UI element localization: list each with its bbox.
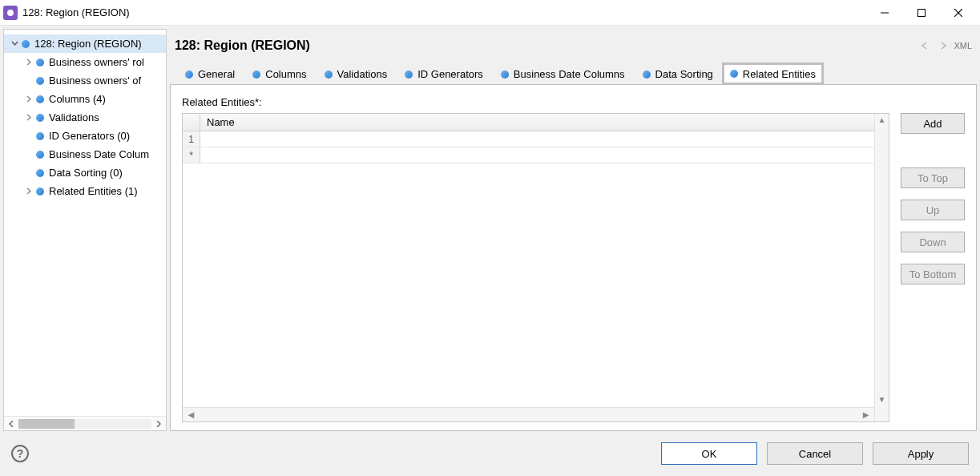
to-bottom-button[interactable]: To Bottom: [901, 264, 965, 284]
tree-item-label: Validations: [49, 111, 99, 123]
bullet-icon: [36, 188, 44, 196]
titlebar: 128: Region (REGION): [0, 0, 980, 26]
bullet-icon: [325, 71, 333, 79]
add-button[interactable]: Add: [901, 113, 965, 134]
bullet-icon: [36, 114, 44, 122]
chevron-right-icon[interactable]: [23, 94, 34, 105]
scroll-up-icon[interactable]: ▲: [875, 115, 889, 124]
cell-name[interactable]: [200, 131, 874, 147]
tree-item-label: Columns (4): [49, 93, 106, 105]
to-top-button[interactable]: To Top: [901, 167, 965, 188]
bullet-icon: [36, 77, 44, 85]
tab-label: ID Generators: [417, 68, 483, 80]
down-button[interactable]: Down: [901, 232, 965, 252]
tree-item-label: Related Entities (1): [49, 185, 138, 197]
tab-label: Related Entities: [743, 68, 816, 80]
window-title: 128: Region (REGION): [22, 6, 866, 18]
tree-item[interactable]: Business Date Colum: [4, 145, 166, 163]
tree-root[interactable]: 128: Region (REGION): [4, 34, 166, 53]
tab-data-sorting[interactable]: Data Sorting: [634, 63, 722, 85]
bullet-icon: [36, 151, 44, 159]
section-label: Related Entities*:: [182, 96, 965, 108]
scroll-track[interactable]: [18, 419, 151, 429]
chevron-right-icon[interactable]: [23, 112, 34, 123]
tree-item[interactable]: Columns (4): [4, 90, 166, 108]
bullet-icon: [22, 40, 30, 48]
grid-vscroll[interactable]: ▲ ▼: [874, 114, 889, 422]
nav-back-icon[interactable]: [918, 38, 933, 53]
ok-button[interactable]: OK: [661, 442, 757, 465]
tree-item-label: ID Generators (0): [49, 130, 130, 142]
tab-related-entities[interactable]: Related Entities: [722, 63, 824, 85]
chevron-right-icon[interactable]: [23, 57, 34, 68]
main-header: 128: Region (REGION) XML: [170, 29, 977, 63]
chevron-right-icon[interactable]: [23, 186, 34, 197]
xml-label[interactable]: XML: [954, 41, 972, 50]
bullet-icon: [252, 71, 260, 79]
sidebar: 128: Region (REGION) Business owners' ro…: [3, 29, 167, 431]
help-icon[interactable]: ?: [11, 445, 29, 462]
row-number: 1: [183, 131, 200, 147]
button-label: Apply: [908, 448, 934, 460]
bullet-icon: [643, 71, 651, 79]
bullet-icon: [36, 95, 44, 103]
svg-point-0: [7, 10, 14, 16]
bullet-icon: [36, 169, 44, 177]
nav-forward-icon[interactable]: [936, 38, 950, 53]
app-icon: [3, 6, 18, 20]
grid-header: Name: [183, 114, 874, 131]
tree-root-label: 128: Region (REGION): [34, 38, 142, 50]
table-row-new[interactable]: *: [183, 147, 874, 163]
cell-name[interactable]: [200, 147, 874, 163]
cancel-button[interactable]: Cancel: [767, 442, 863, 465]
scroll-left-icon[interactable]: ◄: [186, 409, 196, 421]
tree-item-label: Business owners' of: [49, 75, 141, 87]
footer: ? OK Cancel Apply: [0, 434, 980, 473]
tree-item[interactable]: Related Entities (1): [4, 182, 166, 200]
table-row[interactable]: 1: [183, 131, 874, 147]
tab-content: Related Entities*: Name 1: [170, 84, 977, 431]
button-label: OK: [702, 448, 717, 460]
up-button[interactable]: Up: [901, 200, 965, 220]
tree-item-label: Business owners' rol: [49, 56, 144, 68]
sidebar-hscroll[interactable]: [4, 416, 166, 430]
page-title: 128: Region (REGION): [175, 38, 915, 53]
tab-columns[interactable]: Columns: [244, 63, 315, 85]
main-panel: 128: Region (REGION) XML General Columns…: [170, 29, 977, 431]
bullet-icon: [730, 70, 738, 78]
tree-item[interactable]: Business owners' rol: [4, 53, 166, 71]
close-button[interactable]: [940, 0, 977, 26]
maximize-button[interactable]: [903, 0, 940, 26]
scroll-left-icon[interactable]: [4, 417, 18, 431]
chevron-down-icon[interactable]: [9, 38, 20, 50]
bullet-icon: [405, 71, 413, 79]
apply-button[interactable]: Apply: [873, 442, 969, 465]
scroll-down-icon[interactable]: ▼: [875, 395, 889, 404]
tree: 128: Region (REGION) Business owners' ro…: [4, 30, 166, 416]
bullet-icon: [185, 71, 193, 79]
bullet-icon: [501, 71, 509, 79]
tree-item[interactable]: Validations: [4, 108, 166, 127]
tab-general[interactable]: General: [176, 63, 244, 85]
grid-hscroll[interactable]: ◄ ►: [183, 407, 874, 422]
minimize-button[interactable]: [866, 0, 903, 26]
tab-label: Validations: [337, 68, 388, 80]
grid-corner: [183, 114, 200, 131]
tab-label: Columns: [265, 68, 306, 80]
tree-item[interactable]: Business owners' of: [4, 71, 166, 90]
scroll-right-icon[interactable]: ►: [861, 409, 871, 421]
button-label: To Top: [917, 172, 948, 184]
tab-business-date-columns[interactable]: Business Date Columns: [492, 63, 634, 85]
side-buttons: Add To Top Up Down To Bottom: [901, 113, 965, 422]
bullet-icon: [36, 132, 44, 140]
tab-id-generators[interactable]: ID Generators: [396, 63, 492, 85]
scroll-thumb[interactable]: [18, 419, 75, 429]
tabs: General Columns Validations ID Generator…: [176, 63, 977, 85]
tree-item[interactable]: Data Sorting (0): [4, 163, 166, 182]
tree-item[interactable]: ID Generators (0): [4, 127, 166, 145]
column-header-name[interactable]: Name: [200, 114, 874, 131]
scroll-right-icon[interactable]: [151, 417, 166, 431]
row-number: *: [183, 147, 200, 163]
button-label: To Bottom: [909, 268, 957, 280]
tab-validations[interactable]: Validations: [316, 63, 397, 85]
